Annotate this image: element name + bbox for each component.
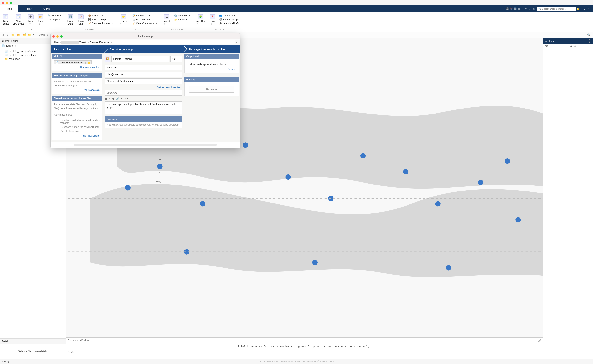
cmd-prompt[interactable]: fx >> bbox=[66, 350, 543, 354]
import-data-button[interactable]: ⬇️Import Data bbox=[66, 14, 74, 26]
crumb-users[interactable]: Users bbox=[38, 33, 46, 36]
default-contact-link[interactable]: Set as default contact bbox=[105, 85, 182, 90]
summary-field[interactable] bbox=[105, 90, 182, 96]
addons-button[interactable]: 🧩Add-Ons▼ bbox=[195, 14, 206, 26]
svg-point-10 bbox=[478, 180, 483, 185]
dialog-title: Package App bbox=[138, 35, 153, 38]
link-icon[interactable]: 🔗 bbox=[116, 98, 119, 101]
description-field[interactable]: This is an app developed by Sharpened Pr… bbox=[105, 101, 182, 114]
save-icon[interactable]: 💾 bbox=[506, 7, 509, 10]
analyze-code-button[interactable]: 📝 Analyze Code bbox=[132, 14, 158, 17]
learn-button[interactable]: 🎓 Learn MATLAB bbox=[218, 22, 241, 25]
ws-col-value[interactable]: Value bbox=[568, 44, 593, 48]
tab-apps[interactable]: APPS bbox=[38, 5, 55, 12]
italic-icon[interactable]: I bbox=[109, 98, 110, 101]
project-path-field[interactable]: /Users//Desktop/FileInfo_Example.prj bbox=[52, 40, 235, 45]
browse-icon[interactable]: 🗂️ bbox=[22, 33, 27, 37]
back-icon[interactable]: ◀ bbox=[1, 33, 5, 37]
chevron-right-icon: ▸ bbox=[36, 33, 37, 36]
new-button[interactable]: ➕New▼ bbox=[27, 14, 34, 26]
compare-button[interactable]: ⇄ Compare bbox=[47, 18, 62, 21]
panel-menu-icon[interactable]: ▾ bbox=[538, 339, 541, 342]
minimize-icon[interactable] bbox=[6, 1, 8, 4]
up-icon[interactable]: 📂 bbox=[16, 33, 21, 37]
products-hint[interactable]: Add MathWorks products on which your MAT… bbox=[105, 122, 182, 128]
expand-icon[interactable]: ▸ bbox=[1, 58, 3, 60]
close-icon[interactable] bbox=[2, 1, 4, 4]
help-icon[interactable]: ? bbox=[529, 7, 532, 10]
maximize-icon[interactable] bbox=[10, 1, 12, 4]
new-live-script-button[interactable]: 📑New Live Script bbox=[12, 14, 25, 26]
toggle-icon[interactable]: ◉ bbox=[533, 7, 536, 10]
support-button[interactable]: 💬 Request Support bbox=[218, 18, 241, 21]
help-button[interactable]: ❓Help▼ bbox=[209, 14, 216, 26]
tab-home[interactable]: HOME bbox=[0, 5, 18, 12]
clear-workspace-button[interactable]: 🧹 Clear Workspace▼ bbox=[87, 22, 114, 25]
dialog-window-controls[interactable] bbox=[51, 34, 65, 39]
search-input[interactable]: 🔍 Search Documentation bbox=[537, 7, 576, 11]
rerun-analysis-link[interactable]: Rerun analysis bbox=[54, 87, 100, 92]
open-button[interactable]: 📂Open▼ bbox=[37, 14, 44, 26]
ws-col-name[interactable]: me bbox=[543, 44, 568, 48]
save-workspace-button[interactable]: 💾 Save Workspace bbox=[87, 18, 114, 21]
chevron-down-icon[interactable]: ⌄ bbox=[61, 340, 64, 343]
cut-icon[interactable]: ✂️ bbox=[510, 7, 513, 10]
bell-icon[interactable]: 🔔 bbox=[576, 7, 580, 10]
maximize-icon[interactable] bbox=[60, 35, 62, 38]
crumb-root[interactable]: / bbox=[32, 33, 34, 36]
ul-icon[interactable]: ≡ bbox=[121, 98, 122, 101]
sort-icon[interactable]: ▼ bbox=[15, 45, 17, 47]
address-dropdown[interactable]: ▾ bbox=[584, 34, 585, 36]
ol-icon[interactable]: ⋮≡ bbox=[124, 98, 128, 101]
favorites-button[interactable]: ⭐Favorites▼ bbox=[118, 14, 129, 26]
set-path-button[interactable]: 📁 Set Path bbox=[174, 18, 191, 21]
clean-data-button[interactable]: 📈Clean Data bbox=[77, 14, 85, 26]
remove-main-file-link[interactable]: Remove main file bbox=[54, 65, 100, 70]
tab-plots[interactable]: PLOTS bbox=[18, 5, 38, 12]
group-resources-label: RESOURCES bbox=[212, 29, 224, 32]
svg-point-11 bbox=[505, 158, 510, 164]
variable-button[interactable]: 📦 Variable▼ bbox=[87, 14, 114, 17]
group-variable-label: VARIABLE bbox=[85, 29, 95, 32]
layout-button[interactable]: 🗔Layout▼ bbox=[162, 14, 171, 26]
redo-icon[interactable]: ↷ bbox=[525, 7, 528, 10]
bold-icon[interactable]: B bbox=[105, 98, 107, 101]
group-file-label: FILE bbox=[30, 29, 34, 32]
cmd-title: Command Window bbox=[68, 339, 89, 342]
company-field[interactable] bbox=[105, 78, 182, 84]
search-path-icon[interactable]: 🔍 bbox=[586, 33, 592, 36]
app-version-field[interactable] bbox=[170, 56, 182, 62]
minimize-icon[interactable] bbox=[56, 35, 59, 38]
folder-icon[interactable]: 📁 bbox=[10, 33, 15, 37]
path-dropdown[interactable]: ▾ bbox=[235, 41, 238, 43]
scrollbar[interactable] bbox=[74, 144, 217, 146]
browse-link[interactable]: Browse bbox=[187, 66, 237, 72]
copy-icon[interactable]: 📄 bbox=[514, 7, 517, 10]
clear-commands-button[interactable]: 🧹 Clear Commands▼ bbox=[132, 22, 158, 25]
add-files-link[interactable]: Add files/folders bbox=[54, 133, 100, 138]
app-name-field[interactable] bbox=[111, 56, 169, 62]
run-time-button[interactable]: ⏱️ Run and Time bbox=[132, 18, 158, 21]
author-field[interactable] bbox=[105, 65, 182, 70]
community-button[interactable]: 👥 Community bbox=[218, 14, 241, 17]
app-icon-button[interactable]: 🖼️ bbox=[105, 56, 110, 62]
paste-icon[interactable]: 📋 bbox=[518, 7, 521, 10]
undo-icon[interactable]: ↶ bbox=[521, 7, 525, 10]
details-title: Details bbox=[2, 340, 10, 343]
find-files-button[interactable]: 🔍 Find Files bbox=[47, 14, 62, 17]
panel-menu-icon[interactable]: ▾ bbox=[588, 39, 591, 43]
window-controls[interactable] bbox=[0, 0, 14, 5]
bullet-private: Private functions bbox=[61, 129, 100, 133]
mainfile-entry[interactable]: 📄 FileInfo_Example.mlapp bbox=[54, 60, 92, 65]
close-icon[interactable] bbox=[53, 35, 55, 38]
email-field[interactable] bbox=[105, 72, 182, 77]
user-menu[interactable]: Bob ▼ bbox=[580, 7, 591, 10]
name-column[interactable]: Name bbox=[6, 45, 13, 47]
chevron-right-icon: ▸ bbox=[47, 33, 49, 36]
new-script-button[interactable]: 📄New Script bbox=[2, 14, 9, 26]
forward-icon[interactable]: ▶ bbox=[6, 33, 9, 37]
preferences-button[interactable]: ⚙️ Preferences bbox=[174, 14, 191, 17]
package-app-dialog: Package App /Users//Desktop/FileInfo_Exa… bbox=[50, 33, 240, 148]
mono-icon[interactable]: M bbox=[112, 98, 114, 101]
package-button[interactable]: Package bbox=[189, 86, 234, 93]
